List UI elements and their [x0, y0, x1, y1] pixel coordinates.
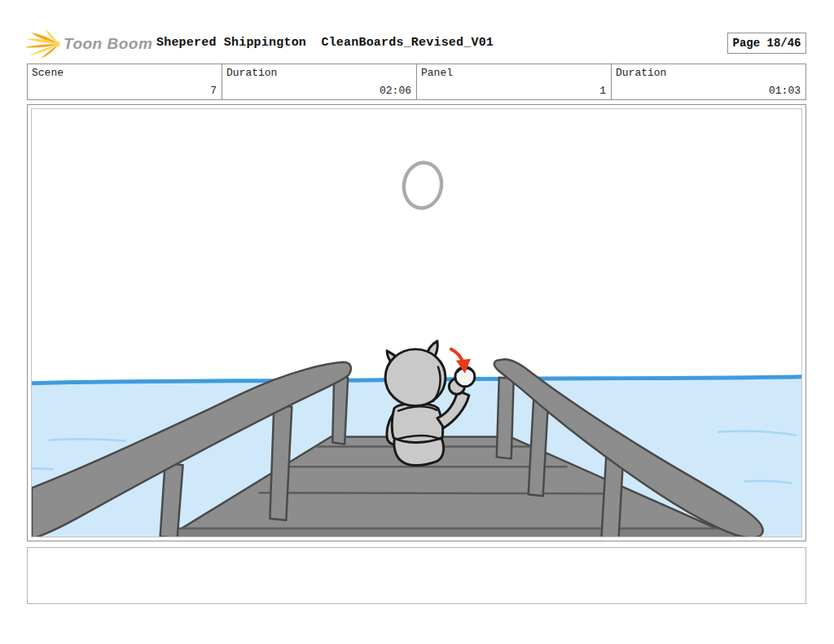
railing-post [497, 378, 514, 459]
page-number-badge: Page 18/46 [727, 33, 806, 54]
panel-duration-cell: Duration 01:03 [612, 64, 805, 99]
panel-cell: Panel 1 [417, 64, 612, 99]
app-header: Toon Boom Shepered Shippington CleanBoar… [0, 0, 834, 64]
storyboard-panel-image [31, 108, 802, 537]
panel-duration-label: Duration [616, 67, 666, 79]
toonboom-logo-text: Toon Boom [64, 35, 152, 53]
storyboard-panel-frame [27, 104, 806, 541]
document-title: Shepered Shippington CleanBoards_Revised… [156, 36, 494, 50]
info-table: Scene 7 Duration 02:06 Panel 1 Duration … [27, 64, 806, 100]
scene-duration-cell: Duration 02:06 [222, 64, 417, 99]
notes-box [27, 547, 806, 604]
panel-label: Panel [421, 67, 453, 79]
scene-value: 7 [210, 85, 217, 97]
scene-duration-label: Duration [226, 67, 277, 79]
storyboard-drawing [32, 109, 801, 537]
scene-cell: Scene 7 [28, 64, 222, 99]
panel-value: 1 [599, 85, 606, 97]
toonboom-logo: Toon Boom [24, 29, 152, 59]
toonboom-starburst-icon [24, 29, 62, 59]
panel-duration-value: 01:03 [769, 85, 801, 97]
page-number-label: Page 18/46 [732, 37, 801, 50]
railing-post [332, 377, 348, 445]
scene-duration-value: 02:06 [380, 85, 411, 97]
scene-label: Scene [32, 67, 64, 79]
